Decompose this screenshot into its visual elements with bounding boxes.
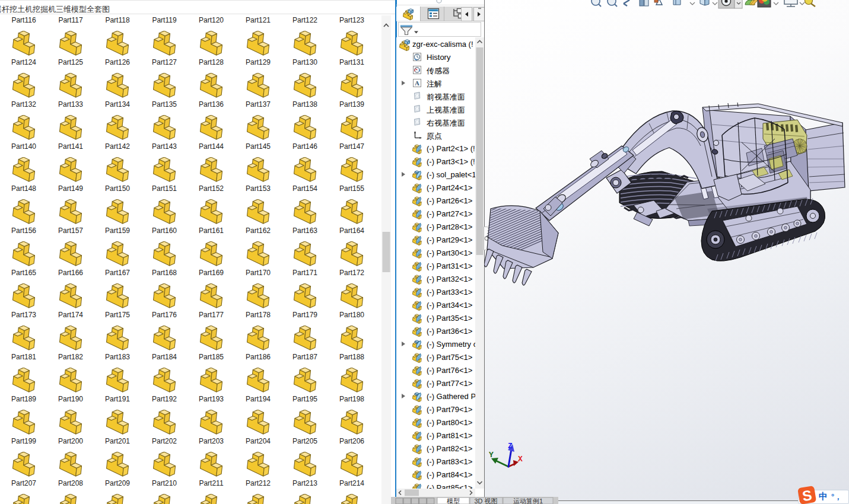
svg-text:X: X [518, 455, 523, 464]
svg-text:Z: Z [508, 442, 513, 451]
svg-text:中: 中 [819, 491, 828, 501]
svg-text:模型: 模型 [447, 497, 460, 504]
svg-text:Y: Y [489, 451, 494, 460]
svg-text:°，: °， [831, 492, 842, 501]
svg-text:运动算例1: 运动算例1 [513, 497, 543, 504]
svg-text:3D 视图: 3D 视图 [474, 497, 497, 504]
